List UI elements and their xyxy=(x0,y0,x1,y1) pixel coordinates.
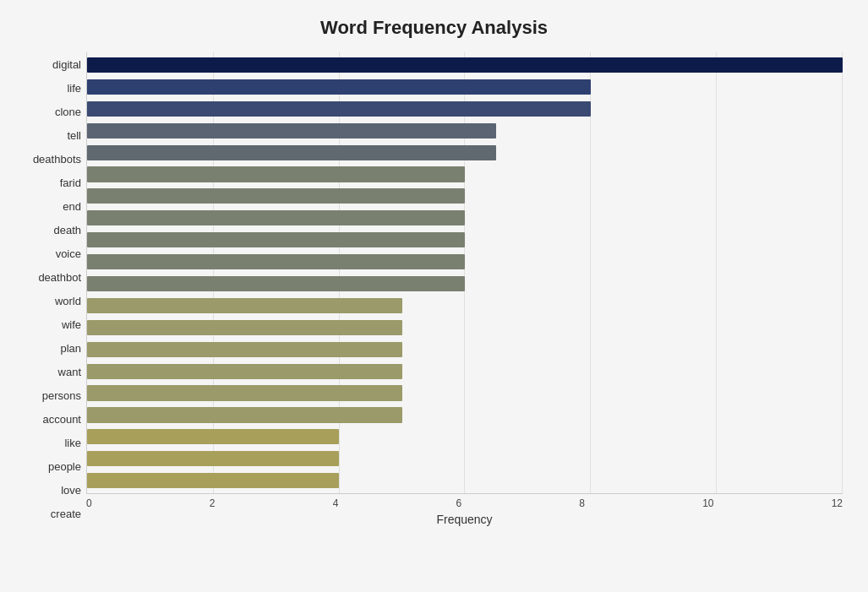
bar xyxy=(87,145,496,160)
y-label: persons xyxy=(25,390,81,401)
bar xyxy=(87,57,843,73)
bar xyxy=(87,188,465,204)
x-tick: 6 xyxy=(456,497,461,509)
x-tick: 10 xyxy=(702,497,713,509)
bar-row xyxy=(87,317,843,339)
bar xyxy=(87,210,465,225)
y-label: end xyxy=(25,201,81,212)
y-label: plan xyxy=(25,343,81,354)
x-tick: 12 xyxy=(832,497,843,509)
y-label: like xyxy=(25,437,81,448)
bar xyxy=(87,79,591,95)
bar-row xyxy=(87,98,843,120)
bar-row xyxy=(87,164,843,186)
bar xyxy=(87,364,402,379)
x-tick: 0 xyxy=(86,497,92,509)
bar xyxy=(87,451,339,466)
bar xyxy=(87,276,465,291)
y-labels: digitallifeclonetelldeathbotsfaridenddea… xyxy=(25,52,86,526)
bar-row xyxy=(87,405,843,426)
bar-row xyxy=(87,383,843,405)
bar-row xyxy=(87,54,843,76)
x-axis: 024681012 xyxy=(86,494,843,509)
bar-row xyxy=(87,142,843,164)
chart-container: Word Frequency Analysis digitallifeclone… xyxy=(0,0,868,592)
y-label: farid xyxy=(25,177,81,188)
y-label: create xyxy=(25,508,81,519)
bar xyxy=(87,254,465,269)
y-label: wife xyxy=(25,319,81,330)
y-label: death xyxy=(25,225,81,236)
y-label: life xyxy=(25,83,81,94)
x-tick: 2 xyxy=(210,497,216,509)
bar-row xyxy=(87,448,843,470)
bar-row xyxy=(87,120,843,142)
y-label: deathbot xyxy=(25,272,81,283)
x-axis-label: Frequency xyxy=(86,513,843,526)
bar-row xyxy=(87,273,843,295)
bar-row xyxy=(87,229,843,251)
chart-title: Word Frequency Analysis xyxy=(25,17,843,39)
bar-row xyxy=(87,295,843,317)
bar xyxy=(87,298,402,313)
bar-row xyxy=(87,251,843,273)
bars-section xyxy=(86,52,843,494)
bar-row xyxy=(87,76,843,98)
y-label: love xyxy=(25,485,81,496)
bar xyxy=(87,166,465,182)
y-label: deathbots xyxy=(25,154,81,165)
y-label: want xyxy=(25,367,81,377)
bars-wrapper xyxy=(87,52,843,493)
y-label: world xyxy=(25,296,81,307)
bar xyxy=(87,232,465,247)
y-label: clone xyxy=(25,106,81,117)
bar-row xyxy=(87,361,843,383)
chart-area: digitallifeclonetelldeathbotsfaridenddea… xyxy=(25,52,843,526)
bar xyxy=(87,429,339,444)
bar-row xyxy=(87,339,843,361)
x-tick: 4 xyxy=(333,497,339,509)
y-label: digital xyxy=(25,59,81,70)
bar xyxy=(87,407,402,422)
bars-and-x: 024681012 Frequency xyxy=(86,52,843,526)
bar-row xyxy=(87,426,843,448)
bar-row xyxy=(87,470,843,492)
y-label: voice xyxy=(25,248,81,259)
bar xyxy=(87,473,339,488)
bar xyxy=(87,385,402,400)
bar xyxy=(87,123,496,138)
bar xyxy=(87,342,402,357)
bar xyxy=(87,320,402,335)
bar xyxy=(87,101,591,117)
bar-row xyxy=(87,207,843,229)
x-tick: 8 xyxy=(579,497,585,509)
y-label: people xyxy=(25,461,81,472)
y-label: tell xyxy=(25,130,81,141)
y-label: account xyxy=(25,414,81,425)
bar-row xyxy=(87,185,843,207)
